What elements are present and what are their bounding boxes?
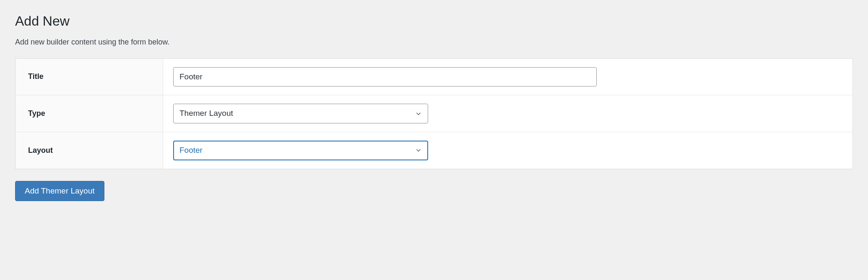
type-select[interactable]: Themer Layout	[173, 104, 428, 123]
type-select-wrapper: Themer Layout	[173, 104, 428, 123]
form-table: Title Type Themer Layout Layout	[15, 58, 853, 169]
title-input[interactable]	[173, 67, 597, 87]
layout-cell: Footer	[163, 132, 853, 169]
add-themer-layout-button[interactable]: Add Themer Layout	[15, 181, 104, 201]
form-row-layout: Layout Footer	[16, 132, 853, 169]
form-row-type: Type Themer Layout	[16, 95, 853, 132]
page-description: Add new builder content using the form b…	[15, 38, 853, 47]
title-label: Title	[16, 58, 163, 95]
form-row-title: Title	[16, 58, 853, 95]
layout-label: Layout	[16, 132, 163, 169]
page-title: Add New	[15, 13, 853, 30]
type-label: Type	[16, 95, 163, 132]
layout-select-wrapper: Footer	[173, 141, 428, 160]
layout-select[interactable]: Footer	[173, 141, 428, 160]
type-cell: Themer Layout	[163, 95, 853, 132]
title-cell	[163, 58, 853, 95]
